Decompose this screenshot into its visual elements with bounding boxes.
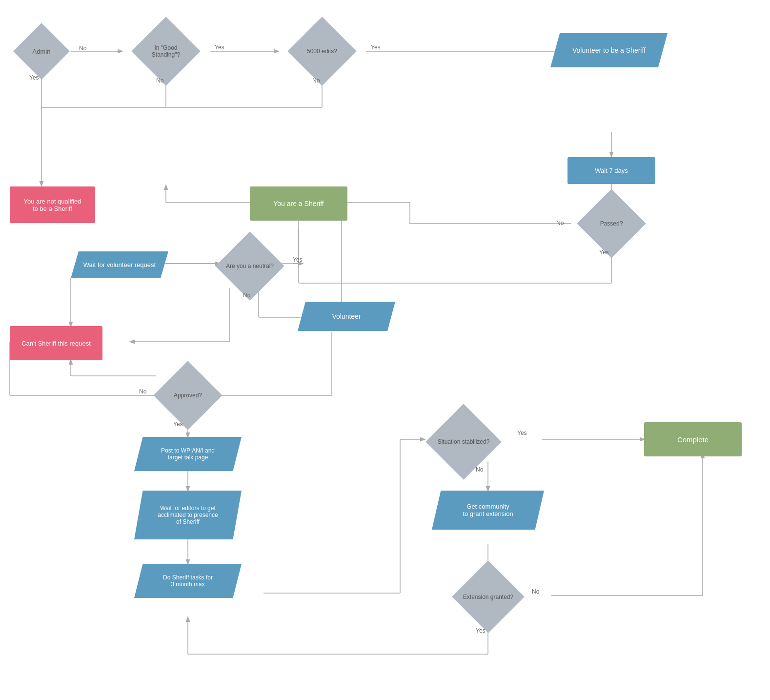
cant-sheriff-label: Can't Sheriff this request bbox=[21, 340, 91, 347]
situation-no-label: No bbox=[476, 466, 483, 473]
admin-no-label: No bbox=[79, 45, 86, 52]
admin-yes-label: Yes bbox=[29, 74, 39, 81]
complete-label: Complete bbox=[677, 435, 709, 444]
passed-label: Passed? bbox=[587, 199, 636, 248]
gs-yes-label: Yes bbox=[215, 44, 224, 51]
you-are-sheriff-label: You are a Sheriff bbox=[273, 200, 324, 207]
neutral-no-label: No bbox=[243, 292, 250, 299]
approved-no-label: No bbox=[139, 388, 146, 395]
edits-label: 5000 edits? bbox=[298, 27, 346, 76]
extension-label: Extension granted? bbox=[463, 571, 514, 622]
wait-7days-rect: Wait 7 days bbox=[567, 157, 655, 184]
situation-label: Situation stabilized? bbox=[437, 415, 490, 469]
neutral-yes-label: Yes bbox=[293, 256, 303, 263]
not-qualified-rect: You are not qualified to be a Sheriff bbox=[10, 186, 95, 223]
get-community-para: Get community to grant extension bbox=[432, 491, 544, 530]
post-wp-label: Post to WP:AN/I and target talk page bbox=[161, 447, 215, 461]
neutral-label: Are you a neutral? bbox=[225, 242, 274, 290]
arrows-svg bbox=[0, 0, 770, 700]
wait-volunteer-para: Wait for volunteer request bbox=[71, 251, 168, 278]
you-are-sheriff-rect: You are a Sheriff bbox=[250, 186, 347, 221]
good-standing-label: In "Good Standing"? bbox=[142, 27, 190, 76]
approved-yes-label: Yes bbox=[173, 421, 183, 428]
not-qualified-label: You are not qualified to be a Sheriff bbox=[23, 198, 81, 212]
volunteer-sheriff-para: Volunteer to be a Sheriff bbox=[550, 33, 668, 67]
gs-no-label: No bbox=[156, 77, 163, 84]
complete-rect: Complete bbox=[644, 422, 742, 456]
post-wp-para: Post to WP:AN/I and target talk page bbox=[134, 437, 242, 471]
do-sheriff-label: Do Sheriff tasks for 3 month max bbox=[163, 574, 213, 588]
wait-editors-para: Wait for editors to get acclimated to pr… bbox=[134, 491, 242, 539]
do-sheriff-para: Do Sheriff tasks for 3 month max bbox=[134, 564, 242, 598]
edits-no-label: No bbox=[312, 77, 320, 84]
wait-editors-label: Wait for editors to get acclimated to pr… bbox=[158, 505, 218, 525]
approved-label: Approved? bbox=[163, 371, 212, 420]
edits-yes-label: Yes bbox=[371, 44, 381, 51]
flowchart: Admin No Yes In "Good Standing"? Yes No … bbox=[0, 0, 770, 700]
volunteer-action-para: Volunteer bbox=[298, 302, 395, 331]
get-community-label: Get community to grant extension bbox=[463, 503, 513, 517]
admin-label: Admin bbox=[21, 31, 61, 71]
cant-sheriff-rect: Can't Sheriff this request bbox=[10, 326, 102, 360]
passed-no-label: No bbox=[556, 220, 564, 226]
ext-yes-label: Yes bbox=[476, 627, 486, 634]
situation-yes-label: Yes bbox=[517, 430, 527, 436]
passed-yes-label: Yes bbox=[599, 249, 609, 256]
ext-no-label: No bbox=[532, 588, 539, 595]
